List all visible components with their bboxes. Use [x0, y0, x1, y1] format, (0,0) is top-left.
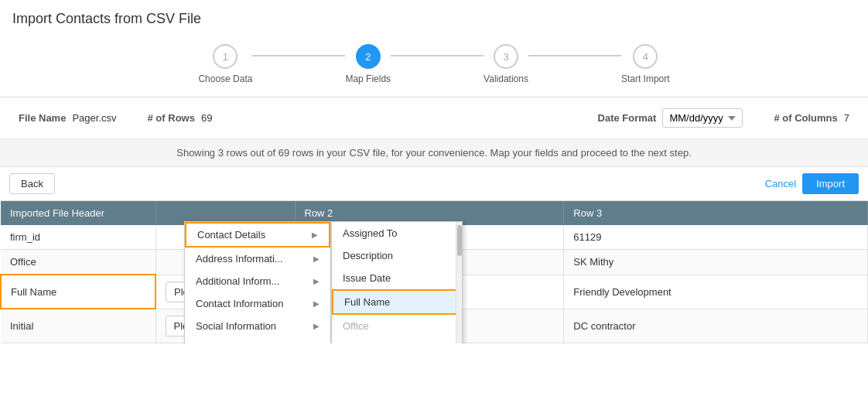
contact-info-label: Contact Information [196, 298, 283, 309]
submenu[interactable]: Assigned To Description Issue Date Full … [331, 221, 463, 343]
chevron-right-icon: ▶ [313, 277, 320, 285]
chevron-right-icon: ▶ [313, 254, 320, 263]
row3-office: SK Mithy [564, 250, 868, 275]
context-menu[interactable]: Contact Details ▶ Address Informati... ▶… [184, 221, 331, 343]
col-header-row3: Row 3 [564, 201, 868, 225]
rows-item: # of Rows 69 [148, 112, 213, 124]
step-connector-1 [252, 55, 345, 56]
date-format-select[interactable]: MM/dd/yyyy [662, 108, 743, 128]
submenu-item-issue-date[interactable]: Issue Date [332, 267, 462, 289]
submenu-scrollbar[interactable] [456, 222, 462, 343]
rows-label: # of Rows [148, 112, 195, 124]
chevron-right-icon: ▶ [312, 230, 318, 239]
additional-label: Additional Inform... [196, 275, 279, 287]
step-1-label: Choose Data [198, 73, 252, 84]
col-header-field: Imported File Header [1, 201, 155, 225]
field-firm-id: firm_id [1, 225, 155, 250]
date-format-item: Date Format MM/dd/yyyy [598, 108, 743, 128]
date-format-label: Date Format [598, 112, 657, 124]
submenu-item-initials[interactable]: Initials [332, 337, 462, 343]
field-initial: Initial [1, 309, 155, 343]
step-4: 4 Start Import [621, 44, 670, 84]
context-menu-item-roof[interactable]: Roof Access Det... ▶ [185, 337, 330, 343]
file-name-value: Pager.csv [72, 112, 116, 124]
file-name-item: File Name Pager.csv [19, 112, 117, 124]
social-label: Social Information [196, 320, 276, 332]
page-title: Import Contacts from CSV File [0, 0, 868, 35]
notice-bar: Showing 3 rows out of 69 rows in your CS… [0, 139, 868, 167]
field-fullname: Full Name [1, 275, 155, 309]
step-1-circle: 1 [213, 44, 238, 69]
chevron-right-icon: ▶ [313, 322, 320, 330]
step-3-circle: 3 [494, 44, 518, 69]
field-office: Office [1, 250, 155, 275]
roof-label: Roof Access Det... [196, 343, 279, 343]
chevron-right-icon: ▶ [313, 299, 320, 308]
submenu-item-description[interactable]: Description [332, 244, 462, 267]
step-3: 3 Validations [484, 44, 528, 84]
context-menu-item-contact-details[interactable]: Contact Details ▶ [185, 222, 330, 248]
scrollbar-thumb [457, 225, 462, 256]
columns-value: 7 [844, 112, 849, 124]
context-menu-item-contact-info[interactable]: Contact Information ▶ [185, 292, 330, 315]
context-menu-item-social[interactable]: Social Information ▶ [185, 315, 330, 337]
address-label: Address Informati... [196, 253, 283, 265]
submenu-item-office: Office [332, 315, 462, 337]
toolbar-right: Cancel Import [765, 173, 859, 194]
submenu-item-assigned-to[interactable]: Assigned To [332, 222, 462, 244]
file-info-right: Date Format MM/dd/yyyy # of Columns 7 [598, 108, 849, 128]
columns-label: # of Columns [774, 112, 837, 124]
toolbar: Back Cancel Import [0, 167, 868, 201]
stepper: 1 Choose Data 2 Map Fields 3 Validations… [0, 35, 868, 97]
step-1: 1 Choose Data [198, 44, 252, 84]
context-menu-item-additional[interactable]: Additional Inform... ▶ [185, 270, 330, 292]
rows-value: 69 [201, 112, 212, 124]
file-name-label: File Name [19, 112, 66, 124]
back-button[interactable]: Back [9, 173, 55, 194]
row3-fullname: Friendly Development [564, 275, 868, 309]
step-connector-2 [391, 55, 484, 56]
step-4-label: Start Import [621, 73, 670, 84]
context-menu-item-address[interactable]: Address Informati... ▶ [185, 248, 330, 270]
step-2: 2 Map Fields [345, 44, 391, 84]
file-info-bar: File Name Pager.csv # of Rows 69 Date Fo… [0, 97, 868, 139]
step-connector-3 [528, 55, 621, 56]
main-content: Imported File Header Row 2 Row 3 firm_id… [0, 201, 868, 343]
contact-details-label: Contact Details [197, 229, 265, 241]
columns-item: # of Columns 7 [774, 112, 849, 124]
cancel-button[interactable]: Cancel [765, 178, 796, 190]
step-2-label: Map Fields [345, 73, 391, 84]
import-button[interactable]: Import [802, 173, 859, 194]
row3-firm-id: 61129 [564, 225, 868, 250]
step-4-circle: 4 [633, 44, 658, 69]
row3-initial: DC contractor [564, 309, 868, 343]
step-3-label: Validations [484, 73, 528, 84]
step-2-circle: 2 [356, 44, 381, 69]
submenu-item-full-name[interactable]: Full Name [332, 289, 462, 315]
